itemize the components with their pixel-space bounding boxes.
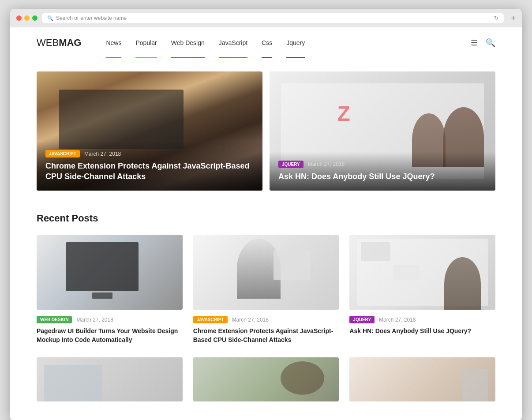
post-card-2-meta: JAVASCRIPT March 27, 2018: [193, 316, 339, 323]
browser-titlebar: 🔍 Search or enter website name ↻ +: [10, 9, 522, 27]
hero-card-1-badge: JAVASCRIPT: [45, 150, 80, 158]
maximize-button[interactable]: [32, 15, 37, 21]
nav-item-css[interactable]: Css: [255, 27, 279, 58]
nav-icons: ☰ 🔍: [471, 38, 495, 48]
logo-mag: MAG: [59, 37, 81, 48]
address-bar[interactable]: 🔍 Search or enter website name ↻: [42, 13, 504, 23]
minimize-button[interactable]: [24, 15, 30, 21]
posts-grid-2: [37, 357, 495, 408]
hero-card-1[interactable]: JAVASCRIPT March 27, 2018 Chrome Extensi…: [37, 71, 262, 191]
post-card-3-image: [349, 235, 495, 310]
hero-card-2-overlay: JQUERY March 27, 2018 Ask HN: Does Anybo…: [270, 152, 495, 191]
close-button[interactable]: [16, 15, 22, 21]
hero-card-1-overlay: JAVASCRIPT March 27, 2018 Chrome Extensi…: [37, 141, 262, 191]
posts-grid: WEB DESIGN March 27, 2018 Pagedraw UI Bu…: [37, 235, 495, 344]
post-card-5[interactable]: [193, 357, 339, 408]
post-card-1[interactable]: WEB DESIGN March 27, 2018 Pagedraw UI Bu…: [37, 235, 183, 344]
hero-card-2-date: March 27, 2018: [308, 161, 345, 167]
nav-item-news[interactable]: News: [99, 27, 128, 58]
nav-links: News Popular Web Design JavaScript Css J…: [99, 27, 471, 58]
nav-item-webdesign[interactable]: Web Design: [164, 27, 212, 58]
address-bar-text: Search or enter website name: [56, 15, 127, 21]
hero-card-2-title: Ask HN: Does Anybody Still Use JQuery?: [278, 172, 487, 182]
post-card-2-badge: JAVASCRIPT: [193, 316, 228, 323]
reload-icon[interactable]: ↻: [494, 15, 498, 21]
navbar: WEBMAG News Popular Web Design JavaScrip…: [10, 27, 522, 58]
post-card-3[interactable]: JQUERY March 27, 2018 Ask HN: Does Anybo…: [349, 235, 495, 344]
post-card-5-image: [193, 357, 339, 401]
nav-item-jquery[interactable]: Jquery: [279, 27, 312, 58]
post-card-3-title: Ask HN: Does Anybody Still Use JQuery?: [349, 327, 495, 336]
search-button[interactable]: 🔍: [486, 38, 495, 48]
page-content: WEBMAG News Popular Web Design JavaScrip…: [10, 27, 522, 420]
post-card-2[interactable]: JAVASCRIPT March 27, 2018 Chrome Extensi…: [193, 235, 339, 344]
post-card-1-date: March 27, 2018: [76, 317, 113, 323]
new-tab-button[interactable]: +: [511, 14, 516, 23]
post-card-2-date: March 27, 2018: [232, 317, 269, 323]
hero-card-2-meta: JQUERY March 27, 2018: [278, 161, 487, 168]
post-card-1-meta: WEB DESIGN March 27, 2018: [37, 316, 183, 323]
hero-card-2-badge: JQUERY: [278, 161, 303, 168]
window-controls: [16, 15, 37, 21]
search-icon: 🔍: [47, 15, 53, 21]
hero-card-2[interactable]: Z JQUERY March 27, 2018 Ask HN: Does Any…: [270, 71, 495, 191]
hero-grid: JAVASCRIPT March 27, 2018 Chrome Extensi…: [37, 71, 495, 191]
menu-button[interactable]: ☰: [471, 38, 478, 48]
hero-card-1-date: March 27, 2018: [84, 151, 121, 157]
post-card-1-title: Pagedraw UI Builder Turns Your Website D…: [37, 327, 183, 344]
post-card-6[interactable]: [349, 357, 495, 408]
post-card-6-image: [349, 357, 495, 401]
hero-card-1-meta: JAVASCRIPT March 27, 2018: [45, 150, 254, 158]
post-card-2-image: [193, 235, 339, 310]
post-card-3-badge: JQUERY: [349, 316, 375, 323]
main-content: JAVASCRIPT March 27, 2018 Chrome Extensi…: [10, 58, 522, 420]
browser-window: 🔍 Search or enter website name ↻ + WEBMA…: [10, 9, 522, 420]
post-card-4[interactable]: [37, 357, 183, 408]
hero-card-1-title: Chrome Extension Protects Against JavaSc…: [45, 161, 254, 182]
post-card-1-badge: WEB DESIGN: [37, 316, 72, 323]
logo-web: WEB: [37, 37, 59, 48]
recent-posts-title: Recent Posts: [37, 213, 495, 224]
nav-item-popular[interactable]: Popular: [128, 27, 164, 58]
nav-item-javascript[interactable]: JavaScript: [212, 27, 255, 58]
post-card-3-date: March 27, 2018: [379, 317, 416, 323]
post-card-3-meta: JQUERY March 27, 2018: [349, 316, 495, 323]
post-card-4-image: [37, 357, 183, 401]
post-card-1-image: [37, 235, 183, 310]
site-logo[interactable]: WEBMAG: [37, 37, 81, 49]
post-card-2-title: Chrome Extension Protects Against JavaSc…: [193, 327, 339, 344]
